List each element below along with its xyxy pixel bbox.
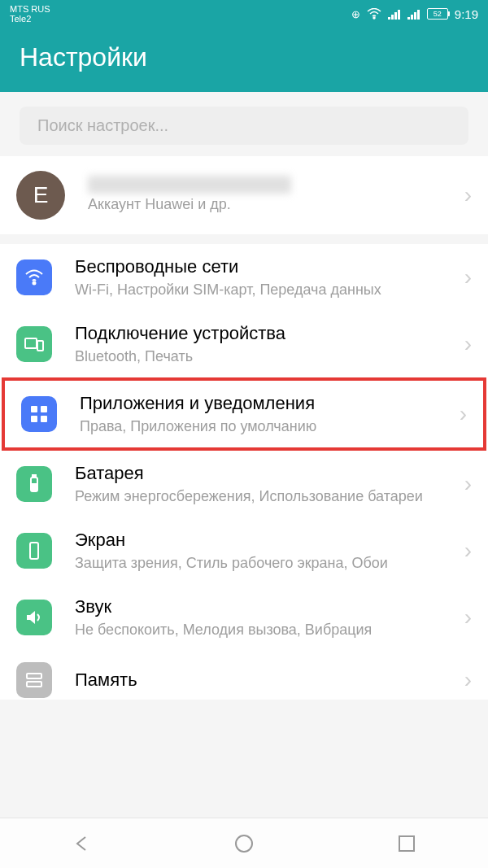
settings-item-connection[interactable]: Подключение устройства Bluetooth, Печать… [0, 311, 488, 377]
svg-rect-13 [27, 682, 41, 687]
settings-item-wireless[interactable]: Беспроводные сети Wi-Fi, Настройки SIM-к… [0, 244, 488, 311]
battery-icon: 52 [427, 8, 448, 20]
sound-icon [16, 600, 52, 635]
item-title: Беспроводные сети [75, 255, 461, 279]
svg-rect-9 [33, 475, 36, 478]
svg-rect-5 [41, 406, 47, 412]
storage-icon [16, 662, 52, 698]
item-sub: Права, Приложения по умолчанию [80, 417, 456, 436]
item-title: Экран [75, 529, 461, 552]
apps-icon [21, 396, 57, 432]
search-input[interactable]: Поиск настроек... [20, 107, 468, 145]
svg-rect-7 [41, 416, 47, 422]
item-sub: Режим энергосбережения, Использование ба… [75, 487, 461, 506]
battery-icon [16, 466, 52, 502]
wifi-icon [367, 8, 381, 20]
chevron-right-icon: › [456, 401, 470, 427]
settings-item-memory[interactable]: Память › [0, 651, 488, 700]
item-sub: Wi-Fi, Настройки SIM-карт, Передача данн… [75, 281, 461, 299]
svg-point-1 [33, 281, 36, 284]
devices-icon [16, 326, 52, 362]
chevron-right-icon: › [461, 264, 475, 290]
item-title: Звук [75, 595, 461, 619]
svg-rect-15 [399, 836, 414, 851]
avatar: E [16, 171, 65, 220]
status-icons: ⊕ 52 9:19 [351, 7, 478, 21]
chevron-right-icon: › [461, 604, 475, 630]
navigation-bar [0, 818, 488, 868]
status-bar: MTS RUS Tele2 ⊕ 52 9:19 [0, 0, 488, 28]
settings-item-battery[interactable]: Батарея Режим энергосбережения, Использо… [0, 451, 488, 517]
item-sub: Bluetooth, Печать [75, 347, 461, 366]
svg-point-0 [373, 17, 375, 19]
recent-button[interactable] [395, 832, 418, 855]
svg-rect-10 [33, 484, 36, 490]
chevron-right-icon: › [461, 182, 475, 208]
settings-item-display[interactable]: Экран Защита зрения, Стиль рабочего экра… [0, 517, 488, 584]
wifi-icon [16, 260, 52, 295]
item-title: Приложения и уведомления [80, 392, 456, 416]
signal-2-icon [407, 9, 420, 20]
item-sub: Защита зрения, Стиль рабочего экрана, Об… [75, 554, 461, 573]
chevron-right-icon: › [461, 667, 475, 693]
svg-point-14 [236, 835, 252, 852]
svg-rect-3 [37, 341, 43, 351]
signal-1-icon [388, 9, 401, 20]
settings-item-sound[interactable]: Звук Не беспокоить, Мелодия вызова, Вибр… [0, 584, 488, 651]
settings-item-apps[interactable]: Приложения и уведомления Права, Приложен… [2, 377, 486, 451]
svg-rect-12 [27, 674, 41, 678]
back-button[interactable] [70, 832, 93, 855]
clock-indicator-icon: ⊕ [351, 8, 360, 20]
carrier-1: MTS RUS [10, 4, 50, 14]
item-title: Память [75, 669, 461, 692]
chevron-right-icon: › [461, 471, 475, 497]
display-icon [16, 533, 52, 569]
home-button[interactable] [233, 832, 255, 855]
profile-item[interactable]: E Аккаунт Huawei и др. › [0, 156, 488, 234]
profile-name [88, 176, 291, 194]
carrier-2: Tele2 [10, 14, 50, 24]
item-sub: Не беспокоить, Мелодия вызова, Вибрация [75, 621, 461, 639]
item-title: Батарея [75, 462, 461, 486]
page-title: Настройки [0, 28, 488, 92]
item-title: Подключение устройства [75, 322, 461, 346]
chevron-right-icon: › [461, 331, 475, 357]
svg-rect-2 [25, 338, 37, 348]
status-time: 9:19 [455, 7, 478, 21]
svg-rect-4 [31, 406, 37, 412]
chevron-right-icon: › [461, 538, 475, 564]
profile-sub: Аккаунт Huawei и др. [88, 195, 461, 214]
svg-rect-6 [31, 416, 37, 422]
svg-rect-11 [30, 543, 38, 559]
